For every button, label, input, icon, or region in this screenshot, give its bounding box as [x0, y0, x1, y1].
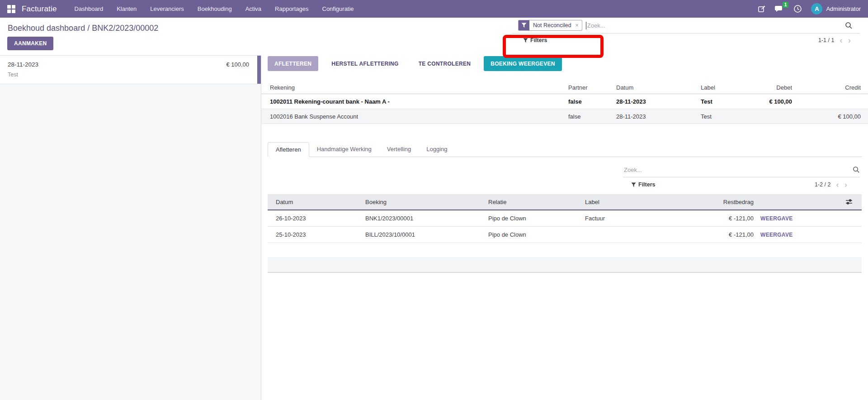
view-move-button[interactable]: BOEKING WEERGEVEN: [484, 56, 561, 71]
avatar: A: [811, 3, 822, 14]
nav-item-klanten[interactable]: Klanten: [111, 0, 142, 17]
cell-partner: false: [568, 98, 616, 105]
facet-remove-icon[interactable]: ×: [575, 20, 582, 30]
nav-item-activa[interactable]: Activa: [240, 0, 267, 17]
journal-item-row[interactable]: 1002016 Bank Suspense Account false 28-1…: [261, 109, 868, 124]
col-boeking: Boeking: [365, 199, 488, 205]
cell-account: 1002011 Rekening-courant bank - Naam A -: [270, 98, 568, 105]
journal-items-table: Rekening Partner Datum Label Debet Credi…: [261, 81, 868, 124]
search-icon[interactable]: [845, 22, 860, 29]
matching-line-row[interactable]: 25-10-2023 BILL/2023/10/0001 Pipo de Clo…: [268, 227, 862, 243]
compose-icon[interactable]: [758, 5, 766, 13]
filter-funnel-icon: [519, 20, 529, 30]
filters-dropdown[interactable]: Filters: [523, 37, 547, 43]
journal-items-header: Rekening Partner Datum Label Debet Credi…: [261, 81, 868, 94]
reconcile-button[interactable]: AFLETTEREN: [268, 56, 318, 71]
cell-residual: € -121,00: [660, 231, 757, 238]
inner-filters-dropdown[interactable]: Filters: [631, 181, 656, 188]
search-bar: Not Reconciled ×: [512, 18, 860, 33]
cell-date: 28-11-2023: [616, 113, 701, 120]
inner-pager-prev-icon[interactable]: ‹: [836, 181, 839, 188]
inner-search-input[interactable]: [623, 167, 853, 173]
create-button[interactable]: AANMAKEN: [7, 37, 53, 50]
cell-label: Test: [701, 113, 750, 120]
col-credit: Credit: [796, 84, 861, 91]
statement-lines-panel: 28-11-2023 € 100,00 Test: [0, 55, 261, 400]
search-input[interactable]: [586, 22, 845, 29]
journal-item-row[interactable]: 1002011 Rekening-courant bank - Naam A -…: [261, 94, 868, 109]
cell-date: 26-10-2023: [276, 215, 365, 222]
cell-label: Test: [701, 98, 750, 105]
pager-prev-icon[interactable]: ‹: [840, 37, 842, 43]
col-label: Label: [585, 199, 660, 205]
cell-partner: false: [568, 113, 616, 120]
selected-line-indicator: [257, 56, 261, 84]
col-debet: Debet: [750, 84, 796, 91]
facet-label: Not Reconciled: [529, 20, 575, 30]
control-panel: Boekhoud dashboard / BNK2/2023/00002 AAN…: [0, 18, 868, 55]
apps-grid-icon[interactable]: [7, 5, 15, 13]
nav-item-rapportages[interactable]: Rapportages: [269, 0, 314, 17]
pager-range: 1-1 / 1: [818, 37, 834, 43]
nav-item-leveranciers[interactable]: Leveranciers: [144, 0, 189, 17]
cell-partner: Pipo de Clown: [488, 215, 585, 222]
inner-pager-range: 1-2 / 2: [815, 181, 830, 188]
cell-date: 25-10-2023: [276, 231, 365, 238]
nav-item-boekhouding[interactable]: Boekhouding: [192, 0, 238, 17]
nav-item-configuratie[interactable]: Configuratie: [316, 0, 360, 17]
search-panel: Not Reconciled × Filters: [512, 18, 860, 43]
odoo-screen: Facturatie Dashboard Klanten Leverancier…: [0, 0, 868, 400]
tab-handmatige-werking[interactable]: Handmatige Werking: [309, 142, 379, 157]
top-navbar: Facturatie Dashboard Klanten Leverancier…: [0, 0, 868, 18]
search-facet[interactable]: Not Reconciled ×: [518, 20, 582, 31]
navbar-systray: 1 A Administrator: [758, 3, 861, 14]
optional-columns-icon[interactable]: [807, 199, 853, 205]
main-menu: Dashboard Klanten Leveranciers Boekhoudi…: [69, 0, 360, 17]
inner-search-icon[interactable]: [853, 166, 860, 173]
empty-row: [268, 243, 862, 258]
col-rekening: Rekening: [270, 84, 568, 91]
messages-icon[interactable]: 1: [775, 5, 784, 13]
cell-account: 1002016 Bank Suspense Account: [270, 113, 568, 120]
statement-line-item[interactable]: 28-11-2023 € 100,00 Test: [0, 56, 261, 84]
tab-logging[interactable]: Logging: [419, 142, 455, 157]
undo-reconcile-button[interactable]: HERSTEL AFLETTERING: [325, 56, 405, 71]
matching-line-row[interactable]: 26-10-2023 BNK1/2023/00001 Pipo de Clown…: [268, 210, 862, 227]
inner-filters-funnel-icon: [631, 182, 636, 187]
app-brand[interactable]: Facturatie: [22, 5, 57, 14]
cell-residual: € -121,00: [660, 215, 757, 222]
tab-afletteren[interactable]: Afletteren: [268, 142, 309, 157]
search-options-row: Filters 1-1 / 1 ‹ ›: [512, 37, 860, 43]
to-check-button[interactable]: TE CONTROLEREN: [412, 56, 478, 71]
pager-next-icon[interactable]: ›: [848, 37, 851, 43]
activity-clock-icon[interactable]: [793, 5, 802, 13]
tab-vertelling[interactable]: Vertelling: [379, 142, 419, 157]
cell-debit: € 100,00: [750, 98, 796, 105]
inner-pager-next-icon[interactable]: ›: [844, 181, 847, 188]
inner-pager: 1-2 / 2 ‹ ›: [815, 181, 860, 188]
filters-funnel-icon: [523, 38, 528, 43]
view-button[interactable]: WEERGAVE: [760, 215, 793, 222]
user-name: Administrator: [826, 5, 861, 12]
col-partner: Partner: [568, 84, 616, 91]
pager: 1-1 / 1 ‹ ›: [818, 37, 860, 43]
nav-item-dashboard[interactable]: Dashboard: [69, 0, 109, 17]
col-label: Label: [701, 84, 750, 91]
messages-count-badge: 1: [783, 2, 789, 8]
content-area: 28-11-2023 € 100,00 Test AFLETTEREN HERS…: [0, 55, 868, 400]
col-relatie: Relatie: [488, 199, 585, 205]
notebook-tabs: Afletteren Handmatige Werking Vertelling…: [268, 142, 862, 157]
inner-search-bar: [623, 166, 860, 177]
cell-move: BNK1/2023/00001: [365, 215, 488, 222]
statement-line-amount: € 100,00: [226, 61, 249, 68]
user-menu[interactable]: A Administrator: [811, 3, 861, 14]
cell-credit: € 100,00: [796, 113, 861, 120]
cell-partner: Pipo de Clown: [488, 231, 585, 238]
inner-search-options-row: Filters 1-2 / 2 ‹ ›: [623, 181, 860, 188]
statement-line-label: Test: [8, 71, 254, 78]
col-datum: Datum: [276, 199, 365, 205]
matching-lines-header: Datum Boeking Relatie Label Restbedrag: [268, 194, 862, 210]
view-button[interactable]: WEERGAVE: [760, 232, 793, 238]
action-buttons-row: AFLETTEREN HERSTEL AFLETTERING TE CONTRO…: [268, 56, 868, 71]
cell-label: Factuur: [585, 215, 660, 222]
